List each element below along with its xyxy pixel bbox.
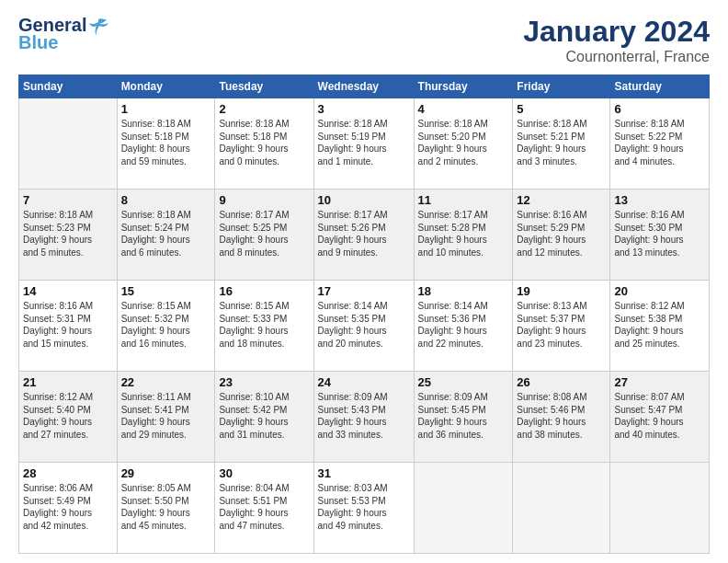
table-row: 15Sunrise: 8:15 AM Sunset: 5:32 PM Dayli… bbox=[117, 281, 215, 372]
day-info: Sunrise: 8:16 AM Sunset: 5:29 PM Dayligh… bbox=[517, 209, 606, 259]
table-row: 11Sunrise: 8:17 AM Sunset: 5:28 PM Dayli… bbox=[414, 190, 513, 281]
day-info: Sunrise: 8:12 AM Sunset: 5:38 PM Dayligh… bbox=[614, 300, 705, 350]
table-row: 30Sunrise: 8:04 AM Sunset: 5:51 PM Dayli… bbox=[215, 463, 313, 554]
header: General Blue January 2024 Cournonterral,… bbox=[18, 15, 710, 65]
table-row: 16Sunrise: 8:15 AM Sunset: 5:33 PM Dayli… bbox=[215, 281, 313, 372]
table-row bbox=[19, 98, 118, 190]
table-row: 5Sunrise: 8:18 AM Sunset: 5:21 PM Daylig… bbox=[513, 98, 610, 190]
day-info: Sunrise: 8:13 AM Sunset: 5:37 PM Dayligh… bbox=[517, 300, 606, 350]
day-number: 15 bbox=[121, 284, 211, 298]
table-row: 14Sunrise: 8:16 AM Sunset: 5:31 PM Dayli… bbox=[19, 281, 118, 372]
day-number: 20 bbox=[614, 284, 705, 298]
day-number: 29 bbox=[121, 466, 211, 480]
day-info: Sunrise: 8:09 AM Sunset: 5:43 PM Dayligh… bbox=[318, 391, 410, 441]
table-row: 18Sunrise: 8:14 AM Sunset: 5:36 PM Dayli… bbox=[414, 281, 513, 372]
table-row: 7Sunrise: 8:18 AM Sunset: 5:23 PM Daylig… bbox=[19, 190, 118, 281]
table-row bbox=[414, 463, 513, 554]
day-number: 8 bbox=[121, 193, 211, 207]
day-number: 5 bbox=[517, 102, 606, 116]
day-info: Sunrise: 8:04 AM Sunset: 5:51 PM Dayligh… bbox=[219, 482, 309, 532]
day-info: Sunrise: 8:03 AM Sunset: 5:53 PM Dayligh… bbox=[318, 482, 410, 532]
header-saturday: Saturday bbox=[610, 75, 710, 98]
day-number: 1 bbox=[121, 102, 211, 116]
day-info: Sunrise: 8:17 AM Sunset: 5:28 PM Dayligh… bbox=[418, 209, 509, 259]
day-info: Sunrise: 8:18 AM Sunset: 5:18 PM Dayligh… bbox=[121, 118, 211, 167]
table-row: 6Sunrise: 8:18 AM Sunset: 5:22 PM Daylig… bbox=[610, 98, 710, 190]
day-info: Sunrise: 8:15 AM Sunset: 5:32 PM Dayligh… bbox=[121, 300, 211, 350]
logo-bird-icon bbox=[88, 16, 108, 36]
day-number: 24 bbox=[318, 375, 410, 389]
day-number: 16 bbox=[219, 284, 309, 298]
calendar-title: January 2024 bbox=[523, 15, 710, 49]
day-number: 17 bbox=[318, 284, 410, 298]
day-info: Sunrise: 8:18 AM Sunset: 5:22 PM Dayligh… bbox=[614, 118, 705, 167]
day-number: 30 bbox=[219, 466, 309, 480]
table-row: 13Sunrise: 8:16 AM Sunset: 5:30 PM Dayli… bbox=[610, 190, 710, 281]
day-info: Sunrise: 8:17 AM Sunset: 5:25 PM Dayligh… bbox=[219, 209, 309, 259]
header-tuesday: Tuesday bbox=[215, 75, 313, 98]
day-info: Sunrise: 8:06 AM Sunset: 5:49 PM Dayligh… bbox=[23, 482, 113, 532]
day-number: 7 bbox=[23, 193, 113, 207]
table-row: 19Sunrise: 8:13 AM Sunset: 5:37 PM Dayli… bbox=[513, 281, 610, 372]
weekday-header-row: Sunday Monday Tuesday Wednesday Thursday… bbox=[19, 75, 710, 98]
page: General Blue January 2024 Cournonterral,… bbox=[0, 0, 728, 563]
table-row: 12Sunrise: 8:16 AM Sunset: 5:29 PM Dayli… bbox=[513, 190, 610, 281]
day-info: Sunrise: 8:14 AM Sunset: 5:35 PM Dayligh… bbox=[318, 300, 410, 350]
table-row: 1Sunrise: 8:18 AM Sunset: 5:18 PM Daylig… bbox=[117, 98, 215, 190]
day-number: 9 bbox=[219, 193, 309, 207]
day-number: 12 bbox=[517, 193, 606, 207]
logo-blue-text: Blue bbox=[18, 32, 58, 53]
table-row: 4Sunrise: 8:18 AM Sunset: 5:20 PM Daylig… bbox=[414, 98, 513, 190]
calendar-table: Sunday Monday Tuesday Wednesday Thursday… bbox=[18, 75, 710, 554]
table-row: 24Sunrise: 8:09 AM Sunset: 5:43 PM Dayli… bbox=[313, 372, 414, 463]
day-info: Sunrise: 8:14 AM Sunset: 5:36 PM Dayligh… bbox=[418, 300, 509, 350]
logo: General Blue bbox=[18, 15, 108, 53]
day-info: Sunrise: 8:07 AM Sunset: 5:47 PM Dayligh… bbox=[614, 391, 705, 441]
calendar-week-row: 14Sunrise: 8:16 AM Sunset: 5:31 PM Dayli… bbox=[19, 281, 710, 372]
table-row: 28Sunrise: 8:06 AM Sunset: 5:49 PM Dayli… bbox=[19, 463, 118, 554]
day-info: Sunrise: 8:16 AM Sunset: 5:30 PM Dayligh… bbox=[614, 209, 705, 259]
header-thursday: Thursday bbox=[414, 75, 513, 98]
day-info: Sunrise: 8:18 AM Sunset: 5:21 PM Dayligh… bbox=[517, 118, 606, 167]
day-number: 25 bbox=[418, 375, 509, 389]
header-friday: Friday bbox=[513, 75, 610, 98]
table-row: 27Sunrise: 8:07 AM Sunset: 5:47 PM Dayli… bbox=[610, 372, 710, 463]
table-row: 3Sunrise: 8:18 AM Sunset: 5:19 PM Daylig… bbox=[313, 98, 414, 190]
day-number: 27 bbox=[614, 375, 705, 389]
day-info: Sunrise: 8:08 AM Sunset: 5:46 PM Dayligh… bbox=[517, 391, 606, 441]
day-info: Sunrise: 8:18 AM Sunset: 5:19 PM Dayligh… bbox=[318, 118, 410, 167]
calendar-week-row: 21Sunrise: 8:12 AM Sunset: 5:40 PM Dayli… bbox=[19, 372, 710, 463]
day-number: 26 bbox=[517, 375, 606, 389]
table-row: 20Sunrise: 8:12 AM Sunset: 5:38 PM Dayli… bbox=[610, 281, 710, 372]
day-info: Sunrise: 8:05 AM Sunset: 5:50 PM Dayligh… bbox=[121, 482, 211, 532]
table-row: 21Sunrise: 8:12 AM Sunset: 5:40 PM Dayli… bbox=[19, 372, 118, 463]
table-row: 25Sunrise: 8:09 AM Sunset: 5:45 PM Dayli… bbox=[414, 372, 513, 463]
table-row: 22Sunrise: 8:11 AM Sunset: 5:41 PM Dayli… bbox=[117, 372, 215, 463]
day-number: 28 bbox=[23, 466, 113, 480]
day-number: 2 bbox=[219, 102, 309, 116]
table-row: 29Sunrise: 8:05 AM Sunset: 5:50 PM Dayli… bbox=[117, 463, 215, 554]
day-number: 3 bbox=[318, 102, 410, 116]
day-info: Sunrise: 8:10 AM Sunset: 5:42 PM Dayligh… bbox=[219, 391, 309, 441]
calendar-week-row: 1Sunrise: 8:18 AM Sunset: 5:18 PM Daylig… bbox=[19, 98, 710, 190]
day-info: Sunrise: 8:16 AM Sunset: 5:31 PM Dayligh… bbox=[23, 300, 113, 350]
day-number: 13 bbox=[614, 193, 705, 207]
table-row: 31Sunrise: 8:03 AM Sunset: 5:53 PM Dayli… bbox=[313, 463, 414, 554]
table-row bbox=[610, 463, 710, 554]
table-row: 9Sunrise: 8:17 AM Sunset: 5:25 PM Daylig… bbox=[215, 190, 313, 281]
day-number: 10 bbox=[318, 193, 410, 207]
day-info: Sunrise: 8:17 AM Sunset: 5:26 PM Dayligh… bbox=[318, 209, 410, 259]
calendar-week-row: 7Sunrise: 8:18 AM Sunset: 5:23 PM Daylig… bbox=[19, 190, 710, 281]
day-number: 19 bbox=[517, 284, 606, 298]
day-info: Sunrise: 8:18 AM Sunset: 5:18 PM Dayligh… bbox=[219, 118, 309, 167]
table-row: 26Sunrise: 8:08 AM Sunset: 5:46 PM Dayli… bbox=[513, 372, 610, 463]
day-number: 22 bbox=[121, 375, 211, 389]
day-number: 11 bbox=[418, 193, 509, 207]
day-info: Sunrise: 8:18 AM Sunset: 5:24 PM Dayligh… bbox=[121, 209, 211, 259]
day-number: 31 bbox=[318, 466, 410, 480]
day-info: Sunrise: 8:11 AM Sunset: 5:41 PM Dayligh… bbox=[121, 391, 211, 441]
header-wednesday: Wednesday bbox=[313, 75, 414, 98]
table-row bbox=[513, 463, 610, 554]
header-sunday: Sunday bbox=[19, 75, 118, 98]
day-number: 4 bbox=[418, 102, 509, 116]
